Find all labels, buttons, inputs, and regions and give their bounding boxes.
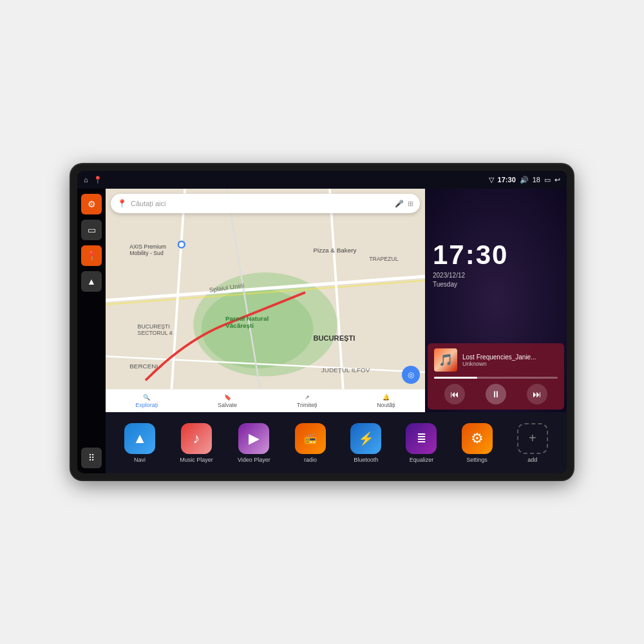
status-time: 17:30	[498, 176, 516, 184]
track-name: Lost Frequencies_Janie...	[462, 354, 558, 361]
layers-icon[interactable]: ⊞	[408, 200, 413, 208]
progress-bar[interactable]	[434, 377, 558, 379]
top-section: Splaiul Unirii BUCUREȘTI JUDEȚUL ILFOV B…	[106, 189, 567, 412]
svg-point-11	[179, 242, 184, 247]
sidebar-map-btn[interactable]: 📍	[81, 245, 102, 266]
grid-icon: ⠿	[88, 453, 95, 463]
status-bar: ⌂ 📍 ▽ 17:30 🔊 18 ▭ ↩	[77, 171, 567, 189]
map-status-icon[interactable]: 📍	[93, 176, 102, 184]
explore-icon: 🔍	[143, 394, 150, 401]
google-maps-icon: 📍	[117, 199, 127, 208]
microphone-icon[interactable]: 🎤	[395, 200, 404, 208]
home-icon[interactable]: ⌂	[84, 176, 88, 184]
clock-display: 17:30	[433, 242, 559, 269]
map-search-bar[interactable]: 📍 Căutați aici 🎤 ⊞	[111, 194, 420, 213]
svg-text:Văcărești: Văcărești	[225, 322, 254, 329]
target-icon: ◎	[408, 370, 414, 379]
battery-level: 18	[533, 176, 540, 184]
sidebar-apps-btn[interactable]: ⠿	[81, 448, 102, 468]
apps-bar: ▲ Navi ♪ Music Player ▶ V	[106, 412, 567, 473]
date-line2: Tuesday	[433, 281, 457, 288]
radio-icon-box: 📻	[295, 423, 326, 454]
radio-app[interactable]: 📻 radio	[295, 423, 326, 463]
music-icon: ♪	[193, 430, 200, 447]
bell-icon: 🔔	[383, 394, 390, 401]
prev-button[interactable]: ⏮	[444, 384, 465, 404]
progress-fill	[434, 377, 477, 379]
screen: ⌂ 📍 ▽ 17:30 🔊 18 ▭ ↩ ⚙ ▭	[77, 171, 567, 473]
svg-text:BERCENI: BERCENI	[129, 363, 158, 370]
radio-icon: 📻	[304, 432, 317, 444]
equalizer-icon: ≣	[417, 431, 426, 446]
settings-label: Settings	[466, 457, 488, 463]
settings-icon: ⚙	[471, 430, 484, 447]
date-display: 2023/12/12 Tuesday	[433, 271, 559, 289]
content-area: Splaiul Unirii BUCUREȘTI JUDEȚUL ILFOV B…	[106, 189, 567, 473]
music-label: Music Player	[180, 457, 213, 463]
equalizer-app[interactable]: ≣ Equalizer	[406, 423, 437, 463]
track-artist: Unknown	[462, 361, 558, 367]
updates-tab[interactable]: 🔔 Noutăți	[377, 394, 395, 408]
navi-icon: ▲	[133, 430, 147, 447]
share-icon: ↗	[305, 394, 310, 401]
gear-icon: ⚙	[88, 199, 96, 209]
bluetooth-label: Bluetooth	[354, 457, 378, 463]
music-player: 🎵 Lost Frequencies_Janie... Unknown	[428, 343, 564, 410]
svg-text:Mobility - Sud: Mobility - Sud	[129, 250, 164, 256]
svg-text:Pizza & Bakery: Pizza & Bakery	[313, 247, 356, 254]
share-tab[interactable]: ↗ Trimiteți	[297, 394, 317, 408]
add-icon-box: +	[517, 423, 548, 454]
status-right: ▽ 17:30 🔊 18 ▭ ↩	[489, 176, 560, 184]
add-app[interactable]: + add	[517, 423, 548, 463]
explore-tab[interactable]: 🔍 Explorați	[135, 394, 158, 408]
svg-text:BUCUREȘTI: BUCUREȘTI	[138, 323, 170, 330]
search-placeholder: Căutați aici	[131, 200, 391, 207]
bluetooth-icon: ⚡	[358, 431, 374, 446]
car-head-unit: ⌂ 📍 ▽ 17:30 🔊 18 ▭ ↩ ⚙ ▭	[71, 164, 573, 480]
map-bottom-bar: 🔍 Explorați 🔖 Salvate ↗ Trimiteți	[106, 389, 425, 412]
left-sidebar: ⚙ ▭ 📍 ▲ ⠿	[77, 189, 106, 473]
right-panel: 17:30 2023/12/12 Tuesday 🎵 Lost Frequenc…	[425, 189, 567, 412]
main-content: ⚙ ▭ 📍 ▲ ⠿	[77, 189, 567, 473]
back-icon[interactable]: ↩	[554, 176, 560, 184]
location-fab[interactable]: ◎	[402, 366, 420, 384]
bluetooth-app[interactable]: ⚡ Bluetooth	[350, 423, 381, 463]
settings-icon-box: ⚙	[462, 423, 493, 454]
map-background: Splaiul Unirii BUCUREȘTI JUDEȚUL ILFOV B…	[106, 189, 425, 412]
music-info: 🎵 Lost Frequencies_Janie... Unknown	[434, 348, 558, 372]
video-app[interactable]: ▶ Video Player	[238, 423, 270, 463]
svg-text:AXIS Premium: AXIS Premium	[129, 243, 166, 250]
music-controls: ⏮ ⏸ ⏭	[434, 384, 558, 404]
nav-arrow-icon: ▲	[87, 276, 96, 287]
wifi-icon: ▽	[489, 176, 494, 184]
navi-app[interactable]: ▲ Navi	[124, 423, 155, 463]
music-app[interactable]: ♪ Music Player	[180, 423, 213, 463]
next-button[interactable]: ⏭	[527, 384, 547, 404]
navi-icon-box: ▲	[124, 423, 155, 454]
map-area[interactable]: Splaiul Unirii BUCUREȘTI JUDEȚUL ILFOV B…	[106, 189, 425, 412]
equalizer-label: Equalizer	[410, 457, 434, 463]
sidebar-settings-btn[interactable]: ⚙	[81, 194, 102, 214]
pause-button[interactable]: ⏸	[486, 384, 506, 404]
settings-app[interactable]: ⚙ Settings	[462, 423, 493, 463]
svg-text:Parcul Natural: Parcul Natural	[225, 315, 269, 322]
album-art: 🎵	[434, 348, 457, 372]
volume-icon: 🔊	[520, 176, 529, 184]
sidebar-nav-btn[interactable]: ▲	[81, 271, 102, 292]
clock-section: 17:30 2023/12/12 Tuesday	[425, 189, 567, 341]
bluetooth-icon-box: ⚡	[350, 423, 381, 454]
saved-tab[interactable]: 🔖 Salvate	[218, 394, 237, 408]
sidebar-files-btn[interactable]: ▭	[81, 220, 102, 240]
status-left: ⌂ 📍	[84, 176, 102, 184]
video-icon: ▶	[249, 430, 260, 447]
add-icon: +	[529, 431, 536, 446]
track-info: Lost Frequencies_Janie... Unknown	[462, 354, 558, 367]
equalizer-icon-box: ≣	[406, 423, 437, 454]
folder-icon: ▭	[88, 225, 96, 235]
add-label: add	[527, 457, 537, 463]
pin-icon: 📍	[86, 251, 97, 261]
battery-icon: ▭	[544, 176, 551, 184]
svg-text:JUDEȚUL ILFOV: JUDEȚUL ILFOV	[321, 366, 370, 374]
svg-text:BUCUREȘTI: BUCUREȘTI	[313, 334, 355, 342]
date-line1: 2023/12/12	[433, 272, 465, 279]
